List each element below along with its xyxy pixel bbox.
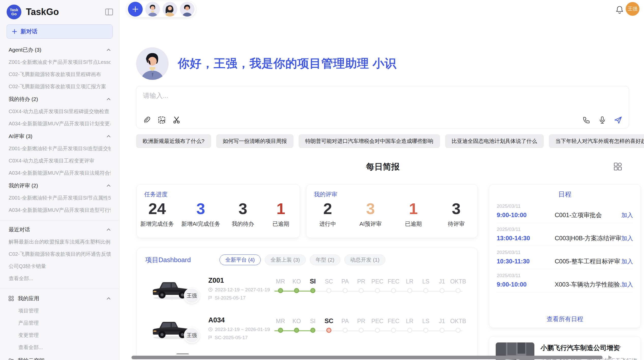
- suggestion-chip[interactable]: 比亚迪全固态电池计划具体说了什么: [445, 134, 544, 148]
- list-item[interactable]: C02-飞腾新能源轻客改款项目里程碑画布: [9, 71, 111, 78]
- suggestion-chip[interactable]: 欧洲新规最近颁布了什么?: [136, 134, 211, 148]
- scroll-down-arrow[interactable]: [617, 346, 621, 350]
- tab-year-model[interactable]: 年型 (2): [310, 254, 340, 265]
- join-link[interactable]: 加入: [621, 234, 633, 242]
- stat-value: 24: [140, 199, 174, 219]
- stat: 3 新增AI完成任务: [181, 199, 220, 228]
- new-chat-label: 新对话: [21, 28, 37, 35]
- view-all-chats[interactable]: 查看全部...: [9, 275, 111, 282]
- suggestion-chip[interactable]: 当下年轻人对汽车外观有怎样的喜好趋势: [549, 134, 644, 148]
- stat-value: 1: [398, 199, 429, 219]
- milestone-node: [423, 328, 428, 333]
- milestone-label: SI: [310, 315, 316, 325]
- view-all-apps[interactable]: 查看全部...: [18, 344, 111, 351]
- image-icon[interactable]: [158, 116, 166, 124]
- join-link[interactable]: 加入: [621, 258, 633, 265]
- stat: 1 已逾期: [266, 199, 296, 228]
- stat-value: 3: [181, 199, 220, 219]
- project-milestone-flag: SI-2025-05-17: [215, 295, 245, 301]
- section-ai-review[interactable]: AI评审 (3): [9, 133, 111, 140]
- sidebar-item-cloud-space[interactable]: 我的云空间: [9, 357, 111, 360]
- sidebar-item-my-apps[interactable]: 我的应用: [9, 295, 111, 302]
- agent-avatar[interactable]: [180, 2, 195, 17]
- phone-icon[interactable]: [582, 116, 591, 124]
- attachment-icon[interactable]: [143, 116, 151, 124]
- view-all-schedule[interactable]: 查看所有日程: [489, 311, 641, 328]
- card-title: 任务进度: [137, 184, 300, 198]
- send-icon[interactable]: [614, 116, 622, 124]
- composer-right-tools: [582, 116, 622, 124]
- milestone-label: PA: [341, 315, 349, 325]
- list-item[interactable]: A034-全新新能源MUV产品开发项目计划变更表编写: [9, 120, 111, 127]
- list-item[interactable]: A034-全新新能源MUV产品开发项目法规符合性评审: [9, 170, 111, 176]
- microphone-icon[interactable]: [598, 116, 606, 124]
- list-item[interactable]: 解释最新出台的欧盟报废车法规再生塑料比例被调至15%...: [9, 238, 111, 245]
- schedule-event: 2025/03/11 9:00-10:00 C001-立项审批会 加入: [497, 200, 633, 223]
- join-link[interactable]: 加入: [621, 281, 633, 289]
- new-chat-button[interactable]: 新对话: [7, 24, 113, 39]
- composer-left-tools: [143, 116, 181, 124]
- apps-grid-icon: [9, 296, 14, 301]
- sidebar-collapse-icon[interactable]: [105, 8, 113, 16]
- section-recent-chats[interactable]: 最近对话: [9, 226, 111, 233]
- list-item[interactable]: Z001-全新燃油轻卡产品开发项目SI造型提交物评审: [9, 145, 111, 152]
- section-title: 最近对话: [9, 226, 30, 233]
- sidebar-item-product-mgmt[interactable]: 产品管理: [18, 320, 111, 326]
- app-title: TaskGo: [26, 7, 105, 17]
- suggestion-chip[interactable]: 特朗普可能对进口汽车增税会对中国车企造成哪些影响: [299, 134, 440, 148]
- list-item[interactable]: Z001-全新燃油轻卡产品开发项目SI节点属性5D文件评审: [9, 194, 111, 201]
- vehicle-image-partial: [164, 348, 207, 354]
- join-link[interactable]: 加入: [621, 211, 633, 219]
- list-item[interactable]: C0X4-动力总成开发项目工程变更评审: [9, 157, 111, 164]
- tab-new-platform[interactable]: 全新平台 (4): [219, 254, 261, 265]
- scissors-icon[interactable]: [172, 116, 181, 124]
- milestone-label: OKTB: [450, 275, 466, 285]
- chevron-up-icon: [107, 297, 111, 300]
- event-name: C003|H0B-方案冻结评审: [555, 234, 621, 242]
- card-title: 我的评审: [306, 184, 478, 198]
- list-item[interactable]: C02-飞腾新能源轻客改款项目立项汇报方案: [9, 83, 111, 90]
- section-agent-done[interactable]: Agent已办 (3): [9, 46, 111, 53]
- list-item[interactable]: A034-全新新能源MUV产品开发项目造型可行性评审: [9, 207, 111, 214]
- section-my-todo[interactable]: 我的待办 (2): [9, 96, 111, 103]
- event-date: 2025/03/11: [497, 203, 633, 209]
- milestone-node: [440, 328, 445, 333]
- sidebar-item-project-mgmt[interactable]: 项目管理: [18, 307, 111, 314]
- list-item[interactable]: 公司Q3轻卡销量: [9, 263, 111, 270]
- section-my-review[interactable]: 我的评审 (2): [9, 182, 111, 189]
- suggestion-chips: 欧洲新规最近颁布了什么? 如何写一份清晰的项目周报 特朗普可能对进口汽车增税会对…: [136, 134, 631, 148]
- tab-powertrain[interactable]: 动总开发 (1): [344, 254, 386, 265]
- divider: [0, 289, 120, 289]
- greeting-block: 你好，王强，我是你的项目管理助理 小识: [136, 47, 397, 80]
- milestone-label: LR: [406, 275, 413, 285]
- milestone-node: [343, 288, 348, 293]
- agent-avatar[interactable]: [163, 2, 177, 17]
- tab-new-body[interactable]: 全新上装 (3): [265, 254, 306, 265]
- plus-icon: [132, 6, 139, 12]
- scroll-right-arrow[interactable]: [608, 355, 612, 359]
- event-time: 9:00-10:00: [497, 281, 555, 288]
- layout-grid-icon[interactable]: [613, 162, 622, 171]
- milestone-node-done: [310, 288, 315, 293]
- list-item[interactable]: Z001-全新燃油皮卡产品开发项目SI节点Lesson Learn报告: [9, 59, 111, 66]
- milestone-node-done: [294, 288, 299, 293]
- milestone-label: OKTB: [450, 315, 466, 325]
- milestone-label: FEC: [388, 315, 399, 325]
- milestone-node: [440, 288, 445, 293]
- milestone-track: MR KO SI SC PA PR PEC FEC LR LS J1 OKTB: [272, 275, 466, 302]
- horizontal-scrollbar-thumb[interactable]: [131, 356, 603, 359]
- list-item[interactable]: C02-飞腾新能源轻客改款项目的闭环通告反馈情况: [9, 251, 111, 258]
- suggestion-chip[interactable]: 如何写一份清晰的项目周报: [216, 134, 294, 148]
- chat-input[interactable]: [143, 92, 575, 100]
- event-time: 9:00-10:00: [497, 212, 555, 219]
- user-avatar[interactable]: 王强: [626, 2, 639, 16]
- stat-label: 待评审: [441, 220, 472, 228]
- notification-bell-icon[interactable]: [616, 5, 624, 14]
- project-row[interactable]: 王强 A034 2023-12-19 ~ 2026-01-19: [150, 308, 466, 348]
- sidebar-item-change-mgmt[interactable]: 变更管理: [18, 332, 111, 339]
- add-agent-button[interactable]: [128, 2, 143, 17]
- agent-avatar[interactable]: [145, 2, 160, 17]
- project-row[interactable]: 王强 Z001 2023-12-19 ~ 2027-01-19: [150, 269, 466, 308]
- milestone-node-done: [278, 288, 283, 293]
- list-item[interactable]: C0X4-动力总成开发项目SI里程碑提交物检查: [9, 108, 111, 115]
